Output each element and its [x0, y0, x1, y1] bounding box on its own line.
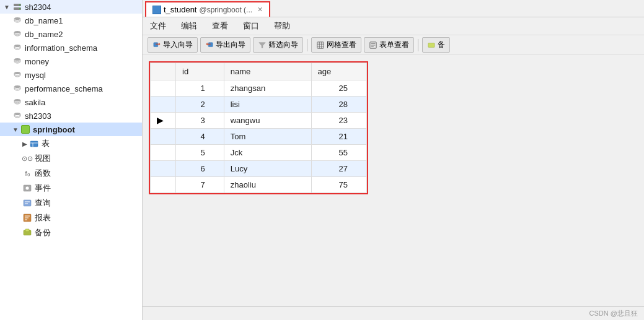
form-label: 表单查看 [379, 40, 409, 50]
tab-t_student[interactable]: t_student @springboot (... ✕ [145, 1, 270, 17]
export-button[interactable]: 导出向导 [200, 37, 250, 53]
watermark: CSDN @悲且狂 [589, 309, 638, 318]
events-icon [22, 183, 32, 193]
cell-id: 6 [176, 161, 224, 177]
svg-marker-31 [206, 42, 208, 45]
table-tab-icon [152, 6, 161, 14]
tab-close-button[interactable]: ✕ [257, 6, 263, 14]
sidebar-item-information_schema[interactable]: information_schema [0, 41, 142, 54]
sidebar-item-backup[interactable]: 备份 [0, 225, 142, 240]
menu-file[interactable]: 文件 [148, 19, 169, 33]
menu-window[interactable]: 窗口 [240, 19, 262, 33]
sidebar-item-mysql[interactable]: mysql [0, 68, 142, 82]
cell-name: Jck [224, 145, 311, 161]
sidebar-item-tables[interactable]: ▶ 表 [0, 136, 142, 151]
sidebar-root-label: sh2304 [25, 2, 51, 12]
row-indicator [151, 97, 176, 113]
menu-edit[interactable]: 编辑 [179, 19, 200, 33]
grid-icon [316, 41, 325, 50]
svg-point-8 [14, 72, 20, 74]
sidebar-item-queries[interactable]: 查询 [0, 196, 142, 210]
cell-age: 55 [311, 145, 366, 161]
table-row[interactable]: 2 lisi 28 [151, 97, 367, 113]
table-row[interactable]: 1 zhangsan 25 [151, 80, 367, 97]
tab-subtitle: @springboot (... [200, 6, 253, 14]
svg-marker-28 [159, 42, 160, 45]
cell-name: zhaoliu [224, 177, 311, 193]
backup-button[interactable]: 备 [422, 37, 450, 53]
cell-name: Lucy [224, 161, 311, 177]
toolbar-sep-2 [418, 39, 418, 51]
sidebar-item-db_name2[interactable]: db_name2 [0, 27, 142, 41]
menu-view[interactable]: 查看 [210, 19, 231, 33]
sidebar-item-springboot[interactable]: ▼ springboot [0, 123, 142, 136]
sidebar-item-label: db_name1 [25, 16, 63, 25]
svg-point-11 [14, 113, 20, 115]
row-indicator [151, 80, 176, 97]
filter-icon [258, 41, 267, 50]
table-row[interactable]: 4 Tom 21 [151, 129, 367, 145]
sidebar-item-performance_schema[interactable]: performance_schema [0, 82, 142, 95]
sidebar-root[interactable]: ▼ sh2304 [0, 0, 142, 14]
main-content: t_student @springboot (... ✕ 文件 编辑 查看 窗口… [143, 0, 644, 320]
sidebar-item-label: sakila [25, 98, 45, 107]
views-icon: ⊙⊙ [22, 154, 32, 163]
menu-help[interactable]: 帮助 [271, 19, 293, 33]
data-table: id name age 1 zhangsan 25 2 [150, 63, 367, 193]
cell-id: 7 [176, 177, 224, 193]
svg-point-9 [14, 85, 20, 88]
sidebar-item-money[interactable]: money [0, 54, 142, 68]
server-icon [12, 2, 22, 12]
export-icon [205, 41, 214, 50]
svg-rect-12 [30, 141, 38, 147]
col-header-id[interactable]: id [176, 63, 224, 80]
table-row[interactable]: 7 zhaoliu 75 [151, 177, 367, 193]
sidebar-item-label: money [25, 57, 49, 66]
tab-label: t_student [164, 5, 197, 14]
sidebar-item-reports[interactable]: 报表 [0, 210, 142, 225]
cell-age: 25 [311, 80, 366, 97]
cell-id: 2 [176, 97, 224, 113]
form-view-button[interactable]: 表单查看 [364, 37, 414, 53]
springboot-db-icon [20, 124, 30, 134]
cell-id: 4 [176, 129, 224, 145]
svg-rect-25 [25, 229, 29, 231]
grid-view-button[interactable]: 网格查看 [311, 37, 361, 53]
tab-bar: t_student @springboot (... ✕ [143, 0, 644, 17]
cell-id: 5 [176, 145, 224, 161]
row-indicator [151, 161, 176, 177]
form-icon [369, 41, 377, 50]
backup-icon [22, 228, 32, 238]
sidebar-item-functions[interactable]: f₀ 函数 [0, 166, 142, 181]
sidebar-item-label: 报表 [35, 212, 51, 223]
cell-id: 3 [176, 113, 224, 129]
svg-rect-33 [317, 41, 324, 48]
backup-toolbar-icon [427, 41, 436, 50]
cell-name: Tom [224, 129, 311, 145]
sidebar-item-sh2303[interactable]: sh2303 [0, 109, 142, 123]
svg-point-3 [19, 8, 20, 9]
svg-point-6 [14, 45, 20, 47]
table-row[interactable]: 5 Jck 55 [151, 145, 367, 161]
grid-label: 网格查看 [327, 40, 356, 50]
svg-rect-26 [154, 42, 158, 46]
row-indicator-current: ▶ [151, 113, 176, 129]
sidebar-item-sakila[interactable]: sakila [0, 95, 142, 109]
sidebar-item-label: springboot [33, 125, 75, 134]
table-row[interactable]: ▶ 3 wangwu 23 [151, 113, 367, 129]
filter-button[interactable]: 筛选向导 [253, 37, 303, 53]
table-row[interactable]: 6 Lucy 27 [151, 161, 367, 177]
col-header-name[interactable]: name [224, 63, 311, 80]
sidebar-item-db_name1[interactable]: db_name1 [0, 14, 142, 27]
table-folder-icon [29, 139, 39, 149]
import-button[interactable]: 导入向导 [148, 37, 198, 53]
db-icon [12, 43, 22, 53]
sidebar-item-views[interactable]: ⊙⊙ 视图 [0, 151, 142, 166]
svg-rect-17 [24, 200, 31, 206]
sidebar-item-events[interactable]: 事件 [0, 181, 142, 196]
import-label: 导入向导 [163, 40, 193, 50]
reports-icon [22, 213, 32, 223]
menu-bar: 文件 编辑 查看 窗口 帮助 [143, 17, 644, 35]
cell-age: 27 [311, 161, 366, 177]
col-header-age[interactable]: age [311, 63, 366, 80]
